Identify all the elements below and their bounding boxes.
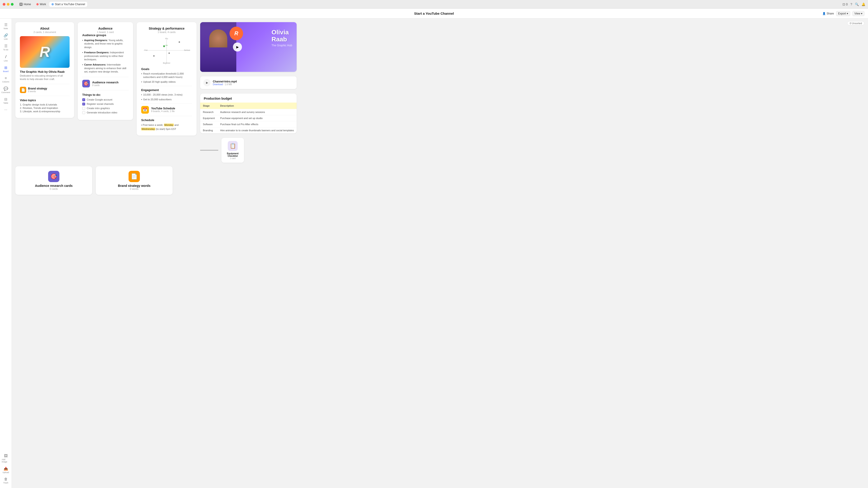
strategy-card: Strategy & performance 1 board, 4 cards … <box>137 22 196 135</box>
sidebar-item-more[interactable]: ··· <box>1 106 11 113</box>
arc-count: 0 cards <box>50 187 58 190</box>
audience-research-item[interactable]: 🎯 Audience research 0 cards <box>82 80 129 87</box>
tab-work-label: Work <box>40 3 46 6</box>
audience-group-3-text: Career Advancers: Intermediate designers… <box>84 63 129 73</box>
close-button[interactable] <box>3 3 5 6</box>
budget-desc-research: Audience research and survery sessions <box>218 109 297 115</box>
engagement-section: Engagement • 10,000 - 20,000 views (min.… <box>141 88 192 101</box>
video-topic-3: 3. Lifestyle, work & entrepreneurship <box>20 110 70 113</box>
notification-icon[interactable]: 🔔 <box>862 2 865 6</box>
work-dot <box>36 3 39 5</box>
audience-group-2: • Freelance Designers: Independent profe… <box>82 51 129 61</box>
equipment-area: 📋 Equipment Checklist 1 card <box>200 138 297 163</box>
channel-subtitle: The Graphic Hub <box>272 44 292 47</box>
sidebar-item-comment[interactable]: 💬 Comment <box>1 85 11 95</box>
fullscreen-button[interactable] <box>11 3 13 6</box>
goals-section: Goals • Reach monetization threshold (1,… <box>141 67 192 84</box>
audience-group-2-text: Freelance Designers: Independent profess… <box>84 51 129 61</box>
share-button[interactable]: 👤 Share <box>823 12 834 15</box>
sidebar-item-todo[interactable]: ☰ To-do <box>1 42 11 52</box>
budget-stage-software: Software <box>200 121 218 127</box>
budget-stage-branding: Branding <box>200 127 218 133</box>
help-icon[interactable]: ? <box>850 2 852 6</box>
view-button[interactable]: View ▾ <box>852 11 864 16</box>
main-cards-row: About 2 cards, 1 document R The Graphic … <box>16 22 864 163</box>
chart-svg: Pro Beginner Fun Serious Me <box>141 36 192 65</box>
goal-item-1: • Reach monetization threshold (1,000 su… <box>141 72 192 79</box>
audience-research-info: Audience research 0 cards <box>92 81 118 87</box>
engagement-title: Engagement <box>141 88 192 92</box>
budget-stage-equipment: Equipment <box>200 115 218 121</box>
view-label: View <box>855 12 860 15</box>
equipment-name: Equipment Checklist <box>224 152 241 157</box>
budget-card: Production budget Stage Description Rese… <box>200 94 297 133</box>
strategy-chart: Pro Beginner Fun Serious Me <box>141 36 192 65</box>
video-topics-title: Video topics <box>20 99 70 102</box>
table-icon: ⊟ <box>4 97 7 101</box>
channel-name: The Graphic Hub by Olivia Raab <box>20 70 70 73</box>
sidebar-item-board[interactable]: ⊞ Board <box>1 64 11 74</box>
audience-research-count: 0 cards <box>92 84 118 87</box>
right-column: R ▶ Olivia Raab The Graphic Hub <box>200 22 297 163</box>
video-play-icon[interactable]: ▶ <box>203 79 211 86</box>
about-card: About 2 cards, 1 document R The Graphic … <box>16 22 74 118</box>
todo-item-3: Create intro graphics <box>82 107 129 110</box>
audience-research-large-card: 🎯 Audience research cards 0 cards <box>16 166 92 195</box>
goal-bullet-2: • <box>141 81 142 84</box>
tab-youtube[interactable]: Start a YouTube Channel <box>49 2 87 7</box>
checkbox-2[interactable]: ✓ <box>82 102 85 105</box>
svg-text:Beginner: Beginner <box>163 62 170 64</box>
home-avatar: M <box>20 3 23 6</box>
sidebar-item-add-image[interactable]: 🖼 Add image <box>1 453 11 464</box>
schedule-section: Schedule • Post twice a week: Monday and… <box>141 118 192 131</box>
tab-work[interactable]: Work <box>34 2 48 7</box>
export-label: Export <box>838 12 846 15</box>
budget-row-software: Software Purchase final cut Pro After ef… <box>200 121 297 127</box>
video-topics: Video topics 1. Graphic design tools & t… <box>20 99 70 113</box>
youtube-schedule-item[interactable]: 📅 YouTube Schedule 8 boards, 4 cards, 1 … <box>141 106 192 114</box>
sidebar-item-table[interactable]: ⊟ Table <box>1 96 11 105</box>
sidebar-item-line[interactable]: / Line <box>1 53 11 63</box>
unsorted-badge: 0 Unsorted <box>847 21 864 25</box>
sidebar-item-column[interactable]: ≡ Column <box>1 75 11 84</box>
svg-text:Serious: Serious <box>184 49 190 51</box>
column-label: Column <box>2 81 9 83</box>
sidebar-item-note[interactable]: ☰ Note <box>1 21 11 31</box>
checkbox-3[interactable] <box>82 107 85 110</box>
tab-home[interactable]: M Home <box>17 2 33 7</box>
page-actions: 👤 Share Export ▾ View ▾ <box>823 11 864 16</box>
eng-bullet-2: • <box>141 98 142 101</box>
sidebar-item-upload[interactable]: 📤 Upload <box>1 465 11 475</box>
search-icon[interactable]: 🔍 <box>855 2 859 6</box>
play-button[interactable]: ▶ <box>233 42 242 52</box>
download-link[interactable]: Download <box>213 83 223 86</box>
todo-icon: ☰ <box>4 44 7 48</box>
about-subtitle: 2 cards, 1 document <box>20 31 70 33</box>
page-title: Start a YouTube Channel <box>414 11 454 16</box>
export-button[interactable]: Export ▾ <box>836 11 850 16</box>
channel-name-text: Olivia Raab <box>272 29 292 43</box>
bullet-2: • <box>82 51 83 54</box>
minimize-button[interactable] <box>7 3 9 6</box>
group-3-name: Career Advancers: <box>84 63 106 66</box>
channel-image-card: R ▶ Olivia Raab The Graphic Hub <box>200 22 297 72</box>
note-label: Note <box>4 27 8 30</box>
video-file-name: Channel-Intro.mp4 <box>213 80 237 83</box>
sidebar-item-link[interactable]: 🔗 Link <box>1 32 11 41</box>
device-icon[interactable]: ⊡ 0 <box>842 2 848 6</box>
schedule-divider <box>141 116 192 116</box>
todo-label-1: Create Google account <box>87 98 112 101</box>
svg-point-8 <box>153 55 155 57</box>
channel-image-bg: R ▶ Olivia Raab The Graphic Hub <box>200 22 297 72</box>
engagement-item-2: • Get to 20,000 subscribers <box>141 98 192 101</box>
checkbox-4[interactable] <box>82 111 85 114</box>
equipment-checklist-card[interactable]: 📋 Equipment Checklist 1 card <box>221 138 244 163</box>
sidebar-item-trash[interactable]: 🗑 Trash <box>1 476 11 485</box>
note-icon: ☰ <box>4 23 7 27</box>
comment-icon: 💬 <box>4 87 8 91</box>
audience-title: Audience <box>82 27 129 30</box>
checkbox-1[interactable]: ✓ <box>82 98 85 101</box>
brand-strategy-item[interactable]: 📄 Brand strategy 0 words <box>20 87 70 93</box>
audience-subtitle: 1 board, 1 card <box>82 31 129 33</box>
todo-label-4: Generate introduction video <box>87 111 117 114</box>
